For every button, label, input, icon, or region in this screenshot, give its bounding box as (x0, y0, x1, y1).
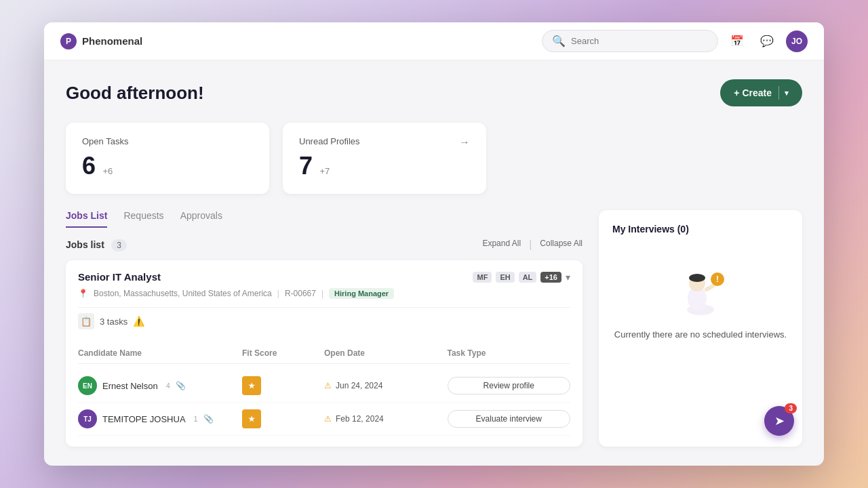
arrow-right-icon[interactable]: → (459, 136, 470, 148)
notifications-icon[interactable]: 💬 (756, 30, 778, 52)
user-avatar[interactable]: JO (786, 30, 808, 52)
warning-icon: ⚠️ (133, 316, 144, 327)
top-row: Good afternoon! + Create ▾ (66, 79, 802, 106)
clip-icon-1: 📎 (176, 381, 186, 390)
unread-profiles-header: Unread Profiles → (299, 136, 470, 152)
job-card-header: Senior IT Analyst MF EH AL +16 ▾ (78, 271, 570, 283)
content-area: Jobs List Requests Approvals Jobs list 3… (66, 210, 802, 447)
tag-more: +16 (540, 272, 561, 283)
jobs-list-count: 3 (111, 239, 127, 251)
tag-mf: MF (473, 272, 492, 283)
unread-profiles-label: Unread Profiles (299, 136, 360, 146)
action-btn-1[interactable]: Review profile (448, 377, 571, 394)
no-interviews-area: ! Currently there are no scheduled inter… (612, 245, 789, 355)
job-title: Senior IT Analyst (78, 271, 161, 283)
jobs-actions: Expand All | Collapse All (482, 239, 583, 251)
no-interviews-illustration: ! (670, 259, 731, 320)
greeting-text: Good afternoon! (66, 83, 204, 104)
tasks-row: 📋 3 tasks ⚠️ (78, 307, 570, 335)
job-req-id: R-00667 (285, 289, 316, 298)
clip-icon-2: 📎 (203, 414, 214, 424)
svg-text:!: ! (716, 274, 719, 284)
logo-icon: P (60, 33, 77, 49)
location-icon: 📍 (78, 289, 88, 298)
tab-approvals[interactable]: Approvals (180, 210, 222, 228)
float-button-icon: ➤ (774, 413, 785, 428)
logo-area: P Phenomenal (60, 33, 142, 49)
col-candidate-name: Candidate Name (78, 348, 242, 358)
date-value-1: Jun 24, 2024 (336, 381, 382, 390)
float-badge: 3 (785, 403, 797, 413)
candidate-avatar-2: TJ (78, 409, 97, 428)
search-bar[interactable]: 🔍 (542, 30, 718, 52)
table-header: Candidate Name Fit Score Open Date Task … (78, 343, 570, 364)
create-button[interactable]: + Create ▾ (720, 79, 802, 106)
date-cell-1: ⚠ Jun 24, 2024 (324, 381, 448, 390)
jobs-list-header: Jobs list 3 Expand All | Collapse All (66, 239, 583, 251)
open-tasks-label: Open Tasks (82, 136, 128, 146)
search-icon: 🔍 (552, 35, 566, 47)
open-tasks-number: 6 (82, 152, 96, 180)
col-fit-score: Fit Score (242, 348, 324, 358)
candidate-info-2: TJ TEMITOPE JOSHUA 1 📎 (78, 409, 242, 428)
col-open-date: Open Date (324, 348, 448, 358)
tabs: Jobs List Requests Approvals (66, 210, 583, 228)
header-right: 🔍 📅 💬 JO (542, 30, 808, 52)
unread-profiles-delta: +7 (319, 166, 330, 176)
table-row: EN Ernest Nelson 4 📎 ★ ⚠ Jun 24, 2024 (78, 369, 570, 403)
tasks-text: 3 tasks (100, 317, 127, 327)
open-tasks-card: Open Tasks 6 +6 (66, 123, 269, 194)
main-content: Good afternoon! + Create ▾ Open Tasks 6 … (44, 60, 824, 466)
calendar-icon[interactable]: 📅 (726, 30, 748, 52)
collapse-all-button[interactable]: Collapse All (540, 239, 583, 251)
fit-score-2: ★ (242, 409, 324, 428)
open-tasks-delta: +6 (102, 166, 113, 176)
candidate-info-1: EN Ernest Nelson 4 📎 (78, 376, 242, 395)
job-expand-icon[interactable]: ▾ (566, 272, 570, 283)
app-name: Phenomenal (82, 35, 142, 47)
action-btn-2[interactable]: Evaluate interview (448, 410, 571, 428)
tag-al: AL (519, 272, 537, 283)
job-tags: MF EH AL +16 ▾ (473, 272, 570, 283)
no-interviews-text: Currently there are no scheduled intervi… (614, 328, 787, 342)
candidate-name-2: TEMITOPE JOSHUA (102, 414, 186, 424)
fit-score-badge-2: ★ (242, 409, 261, 428)
tab-jobs-list[interactable]: Jobs List (66, 210, 107, 228)
candidate-avatar-1: EN (78, 376, 97, 395)
open-tasks-value-row: 6 +6 (82, 152, 253, 180)
date-warn-icon-1: ⚠ (324, 381, 332, 390)
tag-eh: EH (496, 272, 514, 283)
search-input[interactable] (571, 36, 708, 46)
jobs-list-title-area: Jobs list 3 (66, 239, 127, 251)
fit-score-1: ★ (242, 376, 324, 395)
date-value-2: Feb 12, 2024 (336, 414, 384, 424)
task-icon: 📋 (78, 313, 94, 329)
unread-profiles-card: Unread Profiles → 7 +7 (283, 123, 486, 194)
hiring-manager-badge: Hiring Manager (329, 288, 394, 299)
fit-score-badge-1: ★ (242, 376, 261, 395)
unread-profiles-number: 7 (299, 152, 313, 180)
open-tasks-header: Open Tasks (82, 136, 253, 152)
table-row: TJ TEMITOPE JOSHUA 1 📎 ★ ⚠ Feb 12, 2024 (78, 403, 570, 436)
interviews-title: My Interviews (0) (612, 224, 789, 235)
expand-all-button[interactable]: Expand All (482, 239, 521, 251)
job-location: Boston, Massachusetts, United States of … (94, 289, 272, 298)
candidate-count-2: 1 (194, 415, 198, 423)
jobs-list-title: Jobs list (66, 239, 104, 250)
date-cell-2: ⚠ Feb 12, 2024 (324, 414, 448, 424)
float-action-button[interactable]: ➤ 3 (764, 406, 794, 436)
tab-requests[interactable]: Requests (123, 210, 163, 228)
app-header: P Phenomenal 🔍 📅 💬 JO (44, 22, 824, 60)
date-warn-icon-2: ⚠ (324, 414, 332, 424)
job-card: Senior IT Analyst MF EH AL +16 ▾ 📍 Bosto… (66, 260, 583, 447)
col-task-type: Task Type (448, 348, 571, 358)
stats-row: Open Tasks 6 +6 Unread Profiles → 7 +7 (66, 123, 802, 194)
unread-profiles-value-row: 7 +7 (299, 152, 470, 180)
svg-point-3 (689, 274, 705, 282)
candidate-name-1: Ernest Nelson (102, 381, 158, 391)
job-meta: 📍 Boston, Massachusetts, United States o… (78, 288, 570, 299)
candidate-count-1: 4 (166, 382, 170, 390)
left-panel: Jobs List Requests Approvals Jobs list 3… (66, 210, 583, 447)
